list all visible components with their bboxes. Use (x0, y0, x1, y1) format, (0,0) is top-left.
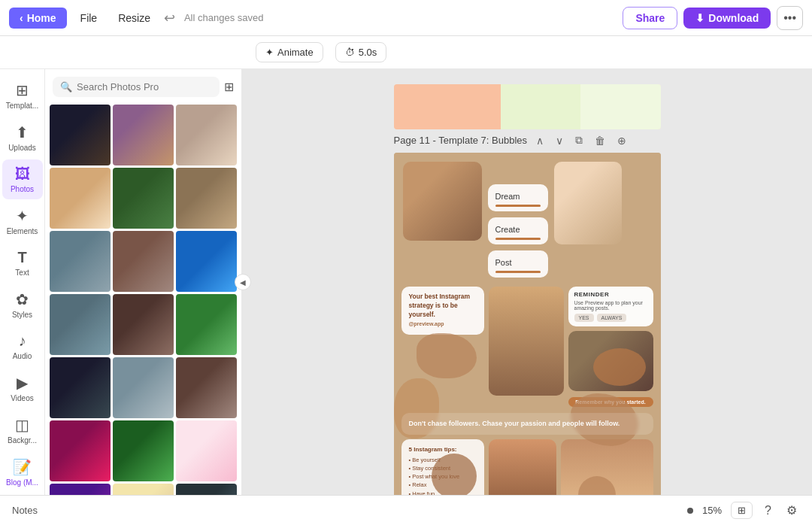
left-sidebar: ⊞ Templat... ⬆ Uploads 🖼 Photos ✦ Elemen… (0, 69, 45, 495)
elements-icon: ✦ (16, 207, 29, 225)
canvas-area: Page 11 - Template 7: Bubbles ∧ ∨ ⧉ 🗑 ⊕ (242, 69, 812, 495)
right-column: REMINDER Use Preview app to plan your am… (568, 287, 653, 407)
search-icon: 🔍 (60, 81, 72, 93)
create-text: Create (495, 225, 520, 234)
filter-button[interactable]: ⊞ (224, 80, 234, 94)
undo-icon: ↩ (164, 10, 175, 26)
lady-laptop-photo (554, 162, 622, 244)
post-text: Post (495, 258, 512, 267)
sidebar-item-videos[interactable]: ▶ Videos (2, 368, 43, 408)
page-indicator (687, 508, 693, 514)
list-item[interactable] (176, 105, 237, 165)
sidebar-item-audio[interactable]: ♪ Audio (2, 326, 43, 366)
top-bar: ‹ Home File Resize ↩ All changes saved S… (0, 0, 812, 36)
zoom-button[interactable]: ⊞ (731, 502, 753, 519)
animate-button[interactable]: ✦ Animate (256, 42, 323, 62)
sidebar-item-styles[interactable]: ✿ Styles (2, 284, 43, 325)
list-item[interactable] (113, 168, 174, 229)
sidebar-item-photos[interactable]: 🖼 Photos (2, 159, 43, 199)
file-button[interactable]: File (73, 8, 105, 29)
list-item[interactable] (176, 231, 237, 292)
list-item[interactable] (50, 168, 111, 229)
page-above-partial (394, 84, 661, 129)
page-expand-button[interactable]: ∨ (553, 133, 566, 148)
panel-collapse-button[interactable]: ◀ (235, 274, 251, 290)
blob-shape-1 (417, 333, 477, 378)
page-add-button[interactable]: ⊕ (614, 133, 629, 148)
more-options-button[interactable]: ••• (777, 6, 803, 30)
list-item[interactable] (113, 357, 174, 418)
blob-shape-5 (432, 454, 477, 495)
post-card: Post (488, 250, 548, 278)
quote-card: Your best Instagram strategy is to be yo… (401, 287, 484, 335)
list-item[interactable] (50, 357, 111, 418)
page-delete-button[interactable]: 🗑 (592, 133, 608, 148)
blob-shape-3 (593, 348, 646, 386)
audio-icon: ♪ (19, 332, 26, 350)
list-item[interactable] (176, 168, 237, 229)
reminder-title: REMINDER (574, 291, 647, 298)
reminder-buttons: YES ALWAYS (574, 314, 647, 322)
list-item[interactable] (50, 420, 111, 481)
question-icon: ? (765, 504, 771, 517)
list-item[interactable] (50, 484, 111, 495)
search-input[interactable] (77, 81, 212, 93)
notes-button[interactable]: Notes (12, 505, 38, 516)
page-above-left (394, 84, 501, 129)
template-top-section: Dream Create Post (394, 153, 661, 287)
photos-panel: 🔍 ⊞ (45, 69, 242, 495)
page-collapse-button[interactable]: ∧ (533, 133, 547, 148)
resize-label: Resize (118, 12, 150, 24)
main-area: ⊞ Templat... ⬆ Uploads 🖼 Photos ✦ Elemen… (0, 69, 812, 495)
list-item[interactable] (176, 420, 237, 481)
home-button[interactable]: ‹ Home (9, 8, 67, 29)
settings-button[interactable]: ⚙ (783, 502, 800, 519)
file-label: File (80, 12, 98, 24)
photos-icon: 🖼 (15, 165, 30, 183)
sparkle-icon: ✦ (265, 47, 274, 58)
reminder-yes-button[interactable]: YES (574, 314, 594, 322)
list-item[interactable] (113, 294, 174, 355)
search-box: 🔍 (53, 77, 220, 97)
share-button[interactable]: Share (623, 7, 677, 29)
videos-icon: ▶ (17, 374, 28, 392)
chevron-left-icon: ‹ (20, 12, 23, 24)
background-icon: ◫ (15, 416, 29, 434)
grid-icon: ⊞ (738, 505, 746, 516)
list-item[interactable] (176, 294, 237, 355)
list-item[interactable] (113, 231, 174, 292)
list-item[interactable] (176, 357, 237, 418)
sidebar-item-templates[interactable]: ⊞ Templat... (2, 75, 43, 116)
resize-button[interactable]: Resize (111, 8, 158, 29)
list-item[interactable] (113, 420, 174, 481)
sidebar-item-text[interactable]: T Text (2, 243, 43, 283)
list-item[interactable] (50, 231, 111, 292)
create-card: Create (488, 217, 548, 244)
timer-button[interactable]: ⏱ 5.0s (335, 42, 387, 62)
list-item[interactable] (176, 484, 237, 495)
page11-title: Page 11 - Template 7: Bubbles (394, 135, 528, 146)
help-button[interactable]: ? (762, 502, 774, 519)
secondary-toolbar: ✦ Animate ⏱ 5.0s (0, 36, 812, 69)
girl-pose-photo (489, 439, 556, 495)
sidebar-item-blog[interactable]: 📝 Blog (M... (2, 452, 43, 493)
page11-header: Page 11 - Template 7: Bubbles ∧ ∨ ⧉ 🗑 ⊕ (394, 132, 661, 148)
list-item[interactable] (113, 484, 174, 495)
download-button[interactable]: ⬇ Download (683, 8, 771, 29)
page-copy-button[interactable]: ⧉ (572, 132, 586, 148)
template-canvas[interactable]: Dream Create Post (394, 153, 661, 495)
ellipsis-icon: ••• (783, 11, 796, 24)
saved-status: All changes saved (184, 12, 264, 23)
create-underline (495, 238, 541, 240)
styles-icon: ✿ (16, 290, 29, 308)
sidebar-item-uploads[interactable]: ⬆ Uploads (2, 117, 43, 158)
tips-title: 5 Instagram tips: (409, 445, 477, 454)
motivation-card: Don't chase followers. Chase your passio… (401, 413, 653, 435)
list-item[interactable] (50, 105, 111, 165)
list-item[interactable] (50, 294, 111, 355)
list-item[interactable] (113, 105, 174, 165)
sidebar-item-elements[interactable]: ✦ Elements (2, 201, 43, 241)
reminder-always-button[interactable]: ALWAYS (597, 314, 627, 322)
download-icon: ⬇ (695, 12, 704, 24)
sidebar-item-background[interactable]: ◫ Backgr... (2, 410, 43, 451)
